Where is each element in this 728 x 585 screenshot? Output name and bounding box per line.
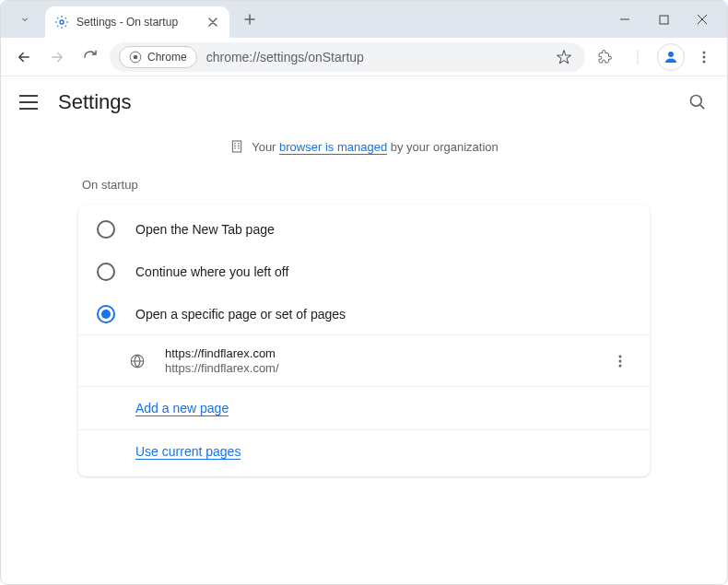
- svg-rect-15: [235, 147, 236, 148]
- use-current-link[interactable]: Use current pages: [135, 444, 241, 460]
- svg-rect-12: [239, 143, 240, 144]
- close-window-button[interactable]: [683, 5, 722, 34]
- svg-rect-1: [660, 16, 668, 24]
- radio-open-new-tab[interactable]: Open the New Tab page: [78, 208, 650, 251]
- reload-button[interactable]: [76, 43, 104, 71]
- settings-content: On startup Open the New Tab page Continu…: [78, 172, 650, 476]
- managed-text-suffix: by your organization: [387, 140, 499, 154]
- tabs-dropdown-button[interactable]: [14, 8, 36, 30]
- use-current-row: Use current pages: [78, 429, 650, 473]
- svg-point-18: [619, 355, 622, 357]
- new-tab-button[interactable]: [237, 6, 263, 32]
- svg-point-7: [703, 55, 706, 58]
- radio-continue[interactable]: Continue where you left off: [78, 251, 650, 293]
- tab-favicon-gear-icon: [54, 15, 69, 29]
- settings-header: Settings: [1, 76, 727, 128]
- chrome-site-chip[interactable]: Chrome: [119, 46, 197, 68]
- bookmark-button[interactable]: [552, 45, 576, 69]
- settings-search-button[interactable]: [687, 91, 709, 113]
- chrome-chip-label: Chrome: [147, 51, 187, 64]
- page-item-url: https://findflarex.com/: [165, 361, 591, 375]
- forward-button[interactable]: [43, 43, 71, 71]
- section-title: On startup: [78, 172, 650, 205]
- radio-icon: [97, 305, 115, 323]
- svg-rect-13: [235, 146, 236, 146]
- page-item-title: https://findflarex.com: [165, 346, 591, 360]
- radio-label: Open a specific page or set of pages: [135, 307, 346, 322]
- url-text: chrome://settings/onStartup: [206, 50, 543, 64]
- browser-tab[interactable]: Settings - On startup: [45, 6, 229, 38]
- svg-point-5: [668, 52, 674, 57]
- radio-label: Continue where you left off: [135, 264, 288, 279]
- radio-specific-pages[interactable]: Open a specific page or set of pages: [78, 293, 650, 335]
- startup-card: Open the New Tab page Continue where you…: [78, 205, 650, 476]
- svg-rect-14: [239, 146, 240, 146]
- radio-icon: [97, 220, 115, 239]
- toolbar-divider: [624, 43, 652, 71]
- profile-button[interactable]: [657, 43, 685, 71]
- page-item-menu-button[interactable]: [609, 350, 631, 372]
- svg-rect-16: [239, 147, 240, 148]
- settings-menu-button[interactable]: [19, 91, 41, 113]
- svg-point-3: [134, 54, 138, 59]
- minimize-button[interactable]: [605, 5, 644, 34]
- browser-toolbar: Chrome chrome://settings/onStartup: [1, 38, 727, 76]
- managed-banner: Your browser is managed by your organiza…: [1, 128, 727, 172]
- add-page-row: Add a new page: [78, 386, 650, 429]
- startup-page-item: https://findflarex.com https://findflare…: [78, 335, 650, 386]
- address-bar[interactable]: Chrome chrome://settings/onStartup: [110, 42, 585, 72]
- svg-point-6: [703, 51, 706, 53]
- radio-label: Open the New Tab page: [135, 222, 275, 237]
- back-button[interactable]: [10, 43, 38, 71]
- extensions-button[interactable]: [591, 43, 618, 71]
- globe-icon: [128, 352, 147, 370]
- managed-link[interactable]: browser is managed: [279, 140, 387, 155]
- svg-point-19: [619, 359, 622, 362]
- radio-icon: [97, 263, 115, 281]
- svg-point-20: [619, 364, 622, 367]
- managed-text-prefix: Your: [252, 140, 279, 154]
- tab-title: Settings - On startup: [76, 16, 198, 29]
- chrome-logo-icon: [129, 51, 142, 64]
- chrome-menu-button[interactable]: [690, 43, 718, 71]
- window-titlebar: Settings - On startup: [1, 1, 727, 38]
- svg-rect-10: [233, 141, 241, 152]
- svg-point-0: [60, 20, 64, 24]
- window-controls: [605, 1, 722, 38]
- svg-rect-11: [235, 143, 236, 144]
- add-page-link[interactable]: Add a new page: [135, 401, 229, 416]
- settings-title: Settings: [58, 90, 132, 114]
- svg-point-8: [703, 60, 706, 63]
- tab-close-button[interactable]: [205, 15, 220, 29]
- building-icon: [229, 139, 244, 154]
- maximize-button[interactable]: [644, 5, 683, 34]
